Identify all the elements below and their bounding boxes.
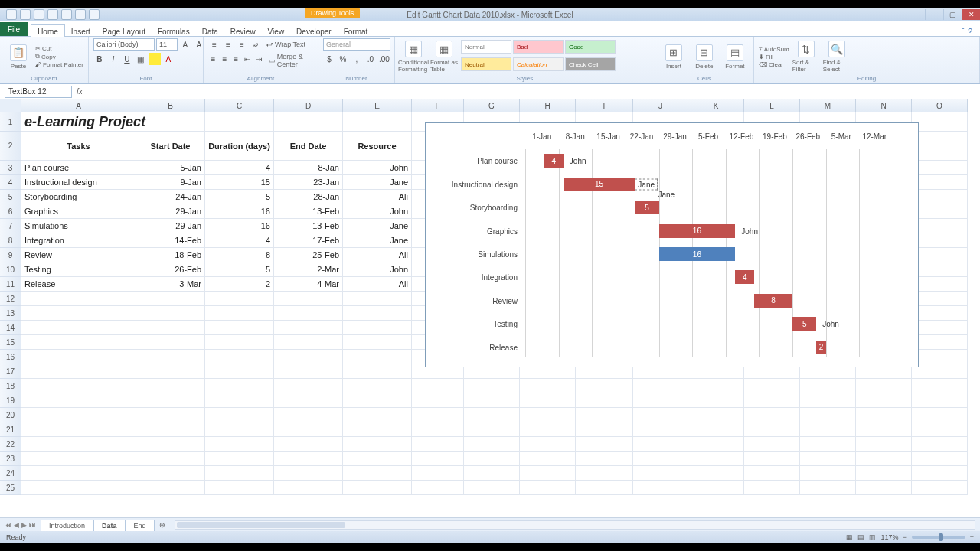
- cell[interactable]: [274, 364, 343, 379]
- column-header[interactable]: K: [688, 99, 744, 112]
- cell[interactable]: [520, 408, 576, 422]
- cell[interactable]: 5: [205, 262, 274, 277]
- column-header[interactable]: E: [343, 99, 412, 112]
- sort-filter-button[interactable]: ⇅Sort & Filter: [792, 41, 820, 73]
- select-all-corner[interactable]: [0, 99, 21, 112]
- cell[interactable]: [136, 481, 205, 495]
- cell[interactable]: [856, 466, 912, 481]
- cell-styles-gallery[interactable]: Normal Bad Good Neutral Calculation Chec…: [461, 40, 622, 73]
- underline-button[interactable]: U: [121, 53, 133, 65]
- cell[interactable]: [856, 408, 912, 422]
- cell[interactable]: [464, 466, 520, 481]
- cell[interactable]: 3-Mar: [136, 277, 205, 292]
- cell[interactable]: Simulations: [21, 219, 136, 233]
- cell[interactable]: [912, 112, 968, 132]
- cell[interactable]: [744, 379, 800, 393]
- cell[interactable]: Resource: [343, 132, 412, 161]
- cell[interactable]: 18-Feb: [136, 248, 205, 262]
- minimize-icon[interactable]: —: [925, 9, 943, 20]
- cell[interactable]: [912, 364, 968, 379]
- cell[interactable]: Duration (days): [205, 132, 274, 161]
- zoom-slider[interactable]: [912, 536, 965, 539]
- row-header[interactable]: 20: [0, 408, 21, 422]
- cell[interactable]: John: [343, 161, 412, 175]
- cell[interactable]: [205, 306, 274, 321]
- cell[interactable]: [21, 321, 136, 335]
- row-header[interactable]: 4: [0, 175, 21, 190]
- cell[interactable]: [21, 481, 136, 495]
- cell[interactable]: [274, 350, 343, 364]
- row-header[interactable]: 13: [0, 306, 21, 321]
- cell[interactable]: [856, 422, 912, 437]
- cell[interactable]: [136, 321, 205, 335]
- cell[interactable]: [912, 262, 968, 277]
- cell[interactable]: Start Date: [136, 132, 205, 161]
- format-cells-button[interactable]: ▤Format: [721, 44, 749, 70]
- cell[interactable]: [274, 321, 343, 335]
- align-bottom-icon[interactable]: ≡: [236, 38, 248, 51]
- cell[interactable]: [21, 466, 136, 481]
- format-as-table-button[interactable]: ▦Format as Table: [430, 41, 458, 73]
- row-header[interactable]: 10: [0, 262, 21, 277]
- cell[interactable]: [912, 175, 968, 190]
- cell[interactable]: [912, 190, 968, 204]
- paste-button[interactable]: 📋Paste: [5, 44, 32, 70]
- row-header[interactable]: 24: [0, 466, 21, 481]
- row-header[interactable]: 25: [0, 481, 21, 495]
- column-header[interactable]: A: [21, 99, 136, 112]
- cell[interactable]: [800, 452, 856, 466]
- cell[interactable]: John: [343, 204, 412, 219]
- decrease-decimal-icon[interactable]: .00: [378, 53, 390, 65]
- cell[interactable]: [274, 306, 343, 321]
- cell[interactable]: [343, 437, 412, 452]
- cell[interactable]: [800, 379, 856, 393]
- cell[interactable]: [688, 437, 744, 452]
- chart-bar[interactable]: 15Jane: [564, 178, 635, 191]
- clear-button[interactable]: ⌫ Clear: [759, 61, 789, 68]
- cell[interactable]: [633, 393, 688, 408]
- cell[interactable]: [274, 481, 343, 495]
- cell[interactable]: 5: [205, 190, 274, 204]
- cell[interactable]: [744, 408, 800, 422]
- cell[interactable]: 8-Jan: [274, 161, 343, 175]
- cell[interactable]: [856, 452, 912, 466]
- increase-indent-icon[interactable]: ⇥: [254, 53, 264, 65]
- cell[interactable]: [205, 393, 274, 408]
- chart-free-textbox[interactable]: Jane: [658, 191, 675, 199]
- insert-cells-button[interactable]: ⊞Insert: [660, 44, 688, 70]
- cell[interactable]: [688, 452, 744, 466]
- cell[interactable]: [274, 379, 343, 393]
- cell[interactable]: [343, 292, 412, 306]
- cell[interactable]: [520, 452, 576, 466]
- chart-data-label[interactable]: John: [816, 320, 839, 328]
- cell[interactable]: [205, 292, 274, 306]
- cell[interactable]: [912, 248, 968, 262]
- name-box[interactable]: TextBox 12: [5, 86, 72, 98]
- row-header[interactable]: 22: [0, 437, 21, 452]
- row-header[interactable]: 23: [0, 452, 21, 466]
- cell[interactable]: 9-Jan: [136, 175, 205, 190]
- cell[interactable]: [856, 481, 912, 495]
- cell[interactable]: [412, 408, 464, 422]
- column-header[interactable]: I: [576, 99, 633, 112]
- maximize-icon[interactable]: ▢: [943, 9, 962, 20]
- cell[interactable]: [744, 481, 800, 495]
- cell[interactable]: [136, 393, 205, 408]
- cell[interactable]: [205, 321, 274, 335]
- row-header[interactable]: 2: [0, 132, 21, 161]
- cell[interactable]: [136, 364, 205, 379]
- cell[interactable]: [464, 393, 520, 408]
- cell[interactable]: [800, 466, 856, 481]
- column-header[interactable]: H: [520, 99, 576, 112]
- align-center-icon[interactable]: ≡: [220, 53, 230, 65]
- cell[interactable]: 13-Feb: [274, 219, 343, 233]
- cell[interactable]: [343, 379, 412, 393]
- column-header[interactable]: J: [633, 99, 688, 112]
- font-name-select[interactable]: Calibri (Body): [93, 38, 155, 51]
- cell[interactable]: [21, 422, 136, 437]
- cell[interactable]: [912, 481, 968, 495]
- cell[interactable]: [633, 437, 688, 452]
- column-header[interactable]: G: [464, 99, 520, 112]
- cell[interactable]: [912, 408, 968, 422]
- cell[interactable]: 29-Jan: [136, 204, 205, 219]
